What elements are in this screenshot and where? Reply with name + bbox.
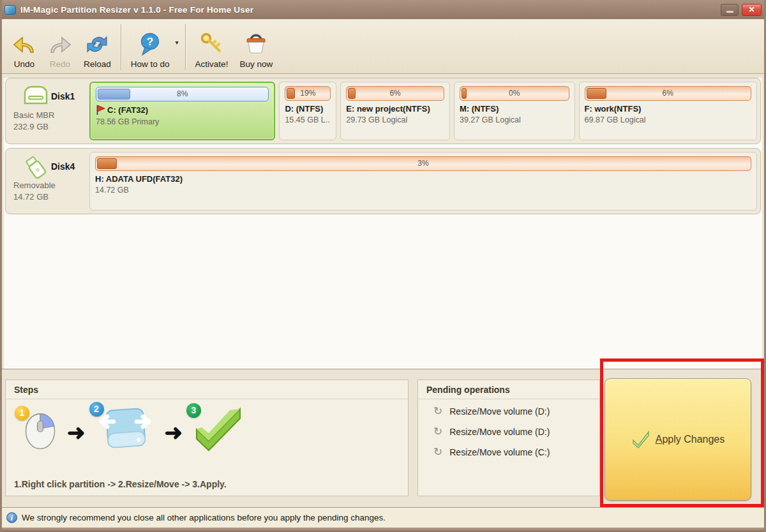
usage-percent: 0% xyxy=(460,87,569,100)
reload-button[interactable]: Reload xyxy=(78,21,117,73)
buy-now-button[interactable]: Buy now xyxy=(234,21,278,73)
toolbar-separator xyxy=(121,24,121,70)
buy-now-label: Buy now xyxy=(239,59,273,69)
svg-text:?: ? xyxy=(147,36,153,48)
redo-icon xyxy=(48,31,72,57)
pending-operations-panel: Pending operations ↻ Resize/Move volume … xyxy=(417,380,600,496)
partition-detail: 15.45 GB L.. xyxy=(285,115,331,124)
step2-figure: 2 xyxy=(96,406,154,455)
usage-bar: 6% xyxy=(585,86,751,101)
partition-h[interactable]: 3% H: ADATA UFD(FAT32) 14.72 GB xyxy=(89,152,757,211)
partition-detail: 69.87 GB Logical xyxy=(585,115,751,124)
pending-title: Pending operations xyxy=(418,380,599,399)
disk-name: Disk4 xyxy=(51,161,75,172)
window-controls: ✕ xyxy=(721,4,762,16)
partition-detail: 39.27 GB Logical xyxy=(460,115,569,124)
step3-figure: 3 xyxy=(193,407,244,454)
window-bottom-edge xyxy=(0,528,766,532)
step1-badge: 1 xyxy=(15,406,29,420)
reload-icon xyxy=(84,31,110,57)
usage-bar: 0% xyxy=(460,86,569,101)
partition-label: C: (FAT32) xyxy=(96,105,269,115)
toolbar: Undo Redo Reload ? xyxy=(0,19,766,74)
undo-label: Undo xyxy=(14,59,34,69)
usage-percent: 8% xyxy=(96,87,268,101)
disk-size: 232.9 GB xyxy=(13,122,49,131)
step1-figure: 1 xyxy=(24,408,57,453)
refresh-icon: ↻ xyxy=(433,406,442,417)
usage-bar: 19% xyxy=(285,86,331,101)
partition-label: M: (NTFS) xyxy=(460,104,569,114)
arrow-icon: ➜ xyxy=(165,422,183,443)
partition-detail: 78.56 GB Primary xyxy=(96,117,269,126)
pending-item: ↻ Resize/Move volume (D:) xyxy=(433,426,599,437)
how-to-do-button[interactable]: ? How to do xyxy=(125,21,176,73)
pending-list: ↻ Resize/Move volume (D:) ↻ Resize/Move … xyxy=(418,406,599,457)
apply-changes-button[interactable]: Apply Changes xyxy=(605,378,751,501)
close-button[interactable]: ✕ xyxy=(742,4,762,16)
bottom-area: Steps 1 ➜ xyxy=(0,369,766,507)
partition-c[interactable]: 8% C: (FAT32) 78.56 GB Primary xyxy=(89,82,275,140)
pending-item: ↻ Resize/Move volume (C:) xyxy=(433,447,599,457)
disk-kind: Removable xyxy=(13,181,56,190)
step2-badge: 2 xyxy=(89,402,104,417)
green-check-icon xyxy=(631,431,650,448)
undo-button[interactable]: Undo xyxy=(6,21,42,73)
redo-button[interactable]: Redo xyxy=(42,21,78,73)
key-icon xyxy=(199,31,225,57)
disk-size: 14.72 GB xyxy=(13,192,49,202)
info-icon: i xyxy=(6,512,17,523)
title-bar: IM-Magic Partition Resizer v 1.1.0 - Fre… xyxy=(0,0,766,19)
reload-label: Reload xyxy=(84,59,111,69)
partition-detail: 14.72 GB xyxy=(95,186,751,195)
status-bar: i We strongly recommend you close all ot… xyxy=(0,507,766,528)
undo-icon xyxy=(12,31,36,57)
steps-panel: Steps 1 ➜ xyxy=(5,380,409,496)
usage-percent: 3% xyxy=(96,157,751,170)
pending-item-label: Resize/Move volume (D:) xyxy=(449,427,550,437)
disk-kind: Basic MBR xyxy=(13,110,54,120)
usage-percent: 6% xyxy=(347,87,444,100)
disk1-row: Disk1 Basic MBR 232.9 GB 8% C: (FAT32) 7… xyxy=(5,78,761,144)
minimize-button[interactable] xyxy=(721,4,739,16)
usage-bar: 6% xyxy=(346,86,444,101)
usage-bar: 8% xyxy=(96,87,269,101)
steps-figures: 1 ➜ 2 ➜ xyxy=(6,399,408,455)
how-to-do-label: How to do xyxy=(131,59,170,69)
partition-f[interactable]: 6% F: work(NTFS) 69.87 GB Logical xyxy=(579,82,757,140)
app-window: IM-Magic Partition Resizer v 1.1.0 - Fre… xyxy=(0,0,766,532)
usage-percent: 6% xyxy=(585,87,751,100)
help-bubble-icon: ? xyxy=(138,31,162,57)
partition-label: H: ADATA UFD(FAT32) xyxy=(95,174,751,184)
boot-flag-icon xyxy=(96,105,105,115)
pending-item: ↻ Resize/Move volume (D:) xyxy=(433,406,599,417)
activate-label: Activate! xyxy=(195,59,229,69)
refresh-icon: ↻ xyxy=(433,447,442,457)
minimize-icon xyxy=(726,11,733,13)
refresh-icon: ↻ xyxy=(433,426,442,437)
step3-badge: 3 xyxy=(186,403,201,418)
window-title: IM-Magic Partition Resizer v 1.1.0 - Fre… xyxy=(20,5,253,15)
pending-item-label: Resize/Move volume (C:) xyxy=(449,447,550,457)
disk4-info: Disk4 Removable 14.72 GB xyxy=(9,152,86,211)
steps-caption: 1.Right click partition -> 2.Resize/Move… xyxy=(14,479,227,489)
status-message: We strongly recommend you close all othe… xyxy=(22,513,386,522)
steps-title: Steps xyxy=(6,380,408,399)
basket-icon xyxy=(243,31,269,57)
partition-e[interactable]: 6% E: new project(NTFS) 29.73 GB Logical xyxy=(340,82,450,140)
activate-button[interactable]: Activate! xyxy=(190,21,234,73)
partition-d[interactable]: 19% D: (NTFS) 15.45 GB L.. xyxy=(279,82,336,140)
disk-map-area: Disk1 Basic MBR 232.9 GB 8% C: (FAT32) 7… xyxy=(0,75,766,369)
partition-label: D: (NTFS) xyxy=(285,104,331,114)
usage-percent: 19% xyxy=(285,87,330,100)
apply-changes-label: Apply Changes xyxy=(656,434,725,445)
partition-detail: 29.73 GB Logical xyxy=(346,115,444,124)
disk1-info: Disk1 Basic MBR 232.9 GB xyxy=(9,82,86,140)
partition-m[interactable]: 0% M: (NTFS) 39.27 GB Logical xyxy=(454,82,575,140)
partition-label: F: work(NTFS) xyxy=(585,104,751,114)
pending-item-label: Resize/Move volume (D:) xyxy=(449,406,550,417)
redo-label: Redo xyxy=(50,59,70,69)
how-to-do-dropdown-icon[interactable]: ▾ xyxy=(176,39,179,46)
partition-label: E: new project(NTFS) xyxy=(346,104,444,114)
toolbar-separator xyxy=(185,24,186,70)
